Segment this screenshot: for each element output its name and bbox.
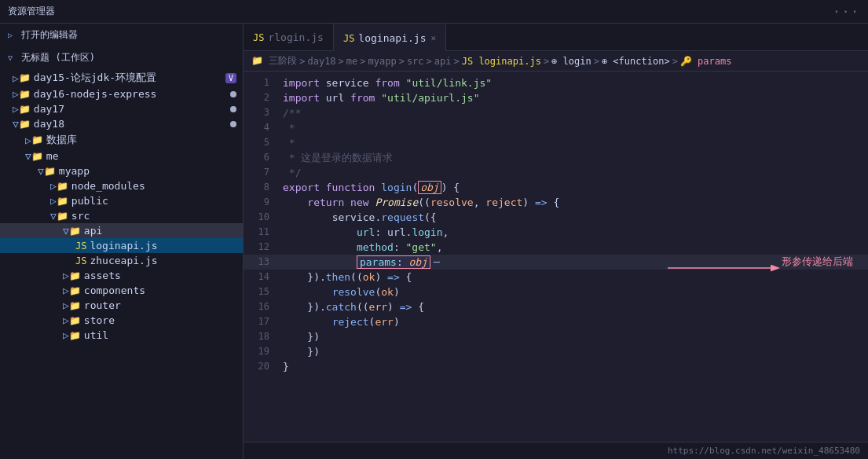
open-editors-arrow: ▷	[8, 31, 13, 39]
sidebar-item-myapp[interactable]: ▽ 📁 myapp	[0, 163, 243, 178]
me-arrow: ▽	[25, 150, 31, 162]
code-line-18: 18 })	[244, 329, 868, 344]
dot-badge	[230, 91, 236, 97]
sidebar-item-node-modules[interactable]: ▷ 📁 node_modules	[0, 178, 243, 193]
sidebar-item-label: src	[71, 210, 90, 222]
sidebar-item-label: public	[71, 195, 108, 207]
sidebar-item-zhuceapi[interactable]: JS zhuceapi.js	[0, 253, 243, 268]
sidebar-item-me[interactable]: ▽ 📁 me	[0, 149, 243, 163]
sidebar-item-label: api	[84, 225, 102, 237]
crumb-params[interactable]: 🔑 params	[680, 56, 732, 67]
sidebar-item-util[interactable]: ▷ 📁 util	[0, 328, 243, 343]
sidebar-item-label: myapp	[59, 165, 90, 177]
sidebar-item-router[interactable]: ▷ 📁 router	[0, 298, 243, 313]
tab-label: loginapi.js	[358, 32, 426, 44]
tab-label: rlogin.js	[268, 31, 323, 43]
code-line-14: 14 }).then((ok) => {	[244, 270, 868, 285]
sidebar-item-label: zhuceapi.js	[90, 255, 157, 266]
crumb-file[interactable]: JS loginapi.js	[462, 56, 541, 67]
code-line-4: 4 *	[244, 120, 868, 135]
sidebar-item-label: node_modules	[71, 180, 145, 192]
open-editors-header[interactable]: ▷ 打开的编辑器	[0, 24, 243, 46]
sidebar-item-label: day16-nodejs-express	[34, 88, 157, 100]
code-line-20: 20 }	[244, 359, 868, 374]
crumb-folder[interactable]: api	[434, 56, 452, 67]
tab-js-icon: JS	[253, 32, 264, 43]
code-line-19: 19 })	[244, 344, 868, 359]
tab-rlogin[interactable]: JS rlogin.js	[244, 24, 334, 51]
dot-badge	[230, 121, 236, 127]
crumb-folder[interactable]: day18	[307, 56, 335, 67]
folder-icon: 📁	[69, 330, 81, 341]
status-url: https://blog.csdn.net/weixin_48653480	[668, 446, 860, 456]
folder-icon: 📁	[69, 300, 81, 311]
sidebar-item-label: loginapi.js	[90, 240, 157, 252]
code-line-6: 6 * 这是登录的数据请求	[244, 150, 868, 165]
title-bar: 资源管理器 ···	[0, 0, 868, 24]
crumb-folder[interactable]: me	[346, 56, 357, 67]
code-line-13: 13 params: obj─	[244, 255, 868, 270]
sidebar-item-day17[interactable]: ▷ 📁 day17	[0, 101, 243, 116]
status-bar: https://blog.csdn.net/weixin_48653480	[244, 442, 868, 459]
sidebar-item-day16[interactable]: ▷ 📁 day16-nodejs-express	[0, 86, 243, 101]
sidebar-item-components[interactable]: ▷ 📁 components	[0, 283, 243, 298]
folder-icon: 📁	[57, 211, 68, 222]
sidebar-item-label: me	[46, 150, 59, 162]
router-arrow: ▷	[63, 299, 69, 311]
code-line-8: 8 export function login(obj) {	[244, 180, 868, 195]
sidebar-item-assets[interactable]: ▷ 📁 assets	[0, 268, 243, 283]
sidebar-item-day18[interactable]: ▽ 📁 day18	[0, 116, 243, 131]
sidebar-item-label: day15-论坛jdk-环境配置	[34, 71, 156, 85]
crumb-folder[interactable]: myapp	[368, 56, 397, 67]
sidebar-item-label: util	[84, 329, 108, 341]
sidebar-item-day15[interactable]: ▷ 📁 day15-论坛jdk-环境配置 V	[0, 69, 243, 86]
sidebar-item-label: router	[84, 299, 121, 311]
tab-loginapi[interactable]: JS loginapi.js ✕	[334, 24, 446, 51]
title-bar-menu[interactable]: ···	[833, 4, 860, 19]
database-arrow: ▷	[25, 134, 31, 146]
folder-icon: 📁	[19, 89, 31, 100]
sidebar-item-loginapi[interactable]: JS loginapi.js	[0, 238, 243, 253]
crumb-folder[interactable]: src	[407, 56, 424, 67]
code-line-1: 1 import service from "util/link.js"	[244, 75, 868, 90]
folder-icon: 📁	[19, 104, 31, 115]
code-line-15: 15 resolve(ok)	[244, 285, 868, 299]
sidebar-item-store[interactable]: ▷ 📁 store	[0, 313, 243, 328]
api-arrow: ▽	[63, 225, 69, 237]
components-arrow: ▷	[63, 285, 69, 296]
day16-arrow: ▷	[13, 88, 19, 100]
sidebar-item-label: day18	[34, 118, 64, 130]
sidebar-item-label: day17	[34, 103, 64, 115]
crumb-folder[interactable]: 📁 三阶段	[251, 54, 297, 68]
crumb-function-type[interactable]: ⊕ <function>	[602, 56, 670, 67]
code-editor[interactable]: 1 import service from "util/link.js" 2 i…	[244, 72, 868, 442]
crumb-func[interactable]: ⊕ login	[551, 56, 591, 67]
folder-icon: 📁	[57, 196, 68, 207]
sidebar: ▷ 打开的编辑器 ▽ 无标题 (工作区) ▷ 📁 day15-论坛jdk-环境配…	[0, 24, 244, 459]
folder-icon: 📁	[31, 134, 43, 145]
main-layout: ▷ 打开的编辑器 ▽ 无标题 (工作区) ▷ 📁 day15-论坛jdk-环境配…	[0, 24, 868, 459]
sidebar-item-database[interactable]: ▷ 📁 数据库	[0, 131, 243, 149]
sidebar-item-public[interactable]: ▷ 📁 public	[0, 193, 243, 208]
code-line-9: 9 return new Promise((resolve, reject) =…	[244, 195, 868, 210]
folder-icon: 📁	[31, 151, 43, 162]
util-arrow: ▷	[63, 329, 69, 341]
workspace-label: 无标题 (工作区)	[21, 52, 95, 63]
sidebar-item-label: assets	[84, 270, 121, 281]
folder-icon: 📁	[44, 166, 56, 177]
day18-arrow: ▽	[13, 118, 19, 130]
node-modules-arrow: ▷	[50, 180, 57, 192]
folder-icon: 📁	[69, 315, 81, 326]
editor-tabs: JS rlogin.js JS loginapi.js ✕	[244, 24, 868, 51]
sidebar-item-api[interactable]: ▽ 📁 api	[0, 223, 243, 238]
day17-arrow: ▷	[13, 103, 19, 115]
code-line-10: 10 service.request({	[244, 210, 868, 225]
workspace-header[interactable]: ▽ 无标题 (工作区)	[0, 46, 243, 69]
public-arrow: ▷	[50, 195, 57, 207]
tab-js-icon: JS	[343, 33, 354, 44]
sidebar-item-label: components	[84, 285, 145, 296]
tab-close-button[interactable]: ✕	[430, 33, 436, 43]
sidebar-item-src[interactable]: ▽ 📁 src	[0, 208, 243, 223]
js-icon: JS	[75, 241, 86, 252]
dot-badge	[230, 106, 236, 112]
